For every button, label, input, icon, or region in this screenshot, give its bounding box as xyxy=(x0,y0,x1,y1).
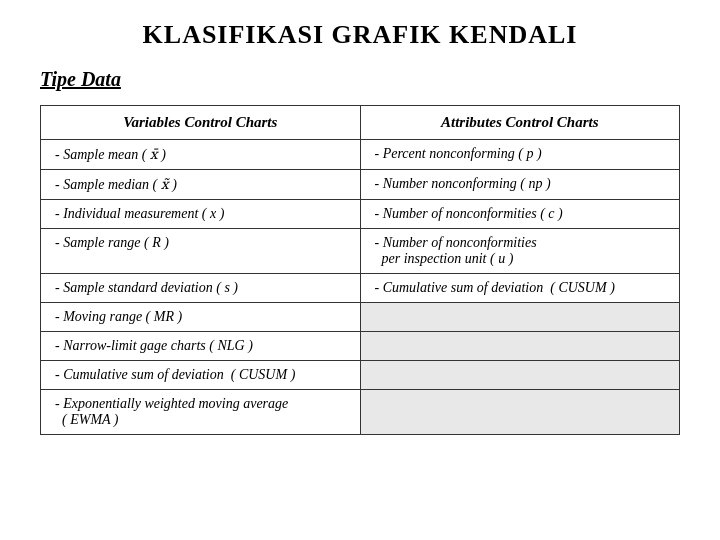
main-title: KLASIFIKASI GRAFIK KENDALI xyxy=(40,20,680,50)
table-row: - Sample range ( R )- Number of nonconfo… xyxy=(41,229,680,274)
cell-left: - Individual measurement ( x ) xyxy=(41,200,361,229)
cell-right: - Percent nonconforming ( p ) xyxy=(360,140,680,170)
table-row: - Sample standard deviation ( s )- Cumul… xyxy=(41,274,680,303)
table-row: - Sample mean ( x̄ )- Percent nonconform… xyxy=(41,140,680,170)
cell-right: - Number of nonconformities per inspecti… xyxy=(360,229,680,274)
section-title: Tipe Data xyxy=(40,68,680,91)
cell-right xyxy=(360,332,680,361)
cell-right: - Number of nonconformities ( c ) xyxy=(360,200,680,229)
table-row: - Cumulative sum of deviation ( CUSUM ) xyxy=(41,361,680,390)
table-row: - Exponentially weighted moving average … xyxy=(41,390,680,435)
table-row: - Sample median ( x̃ )- Number nonconfor… xyxy=(41,170,680,200)
table-row: - Narrow-limit gage charts ( NLG ) xyxy=(41,332,680,361)
cell-left: - Exponentially weighted moving average … xyxy=(41,390,361,435)
table-row: - Individual measurement ( x )- Number o… xyxy=(41,200,680,229)
page-container: KLASIFIKASI GRAFIK KENDALI Tipe Data Var… xyxy=(40,20,680,435)
cell-left: - Sample mean ( x̄ ) xyxy=(41,140,361,170)
cell-right xyxy=(360,303,680,332)
cell-left: - Sample standard deviation ( s ) xyxy=(41,274,361,303)
header-attributes: Attributes Control Charts xyxy=(360,106,680,140)
cell-right: - Number nonconforming ( np ) xyxy=(360,170,680,200)
cell-left: - Sample range ( R ) xyxy=(41,229,361,274)
cell-right xyxy=(360,390,680,435)
cell-left: - Cumulative sum of deviation ( CUSUM ) xyxy=(41,361,361,390)
cell-left: - Sample median ( x̃ ) xyxy=(41,170,361,200)
cell-left: - Moving range ( MR ) xyxy=(41,303,361,332)
header-variables: Variables Control Charts xyxy=(41,106,361,140)
cell-right xyxy=(360,361,680,390)
cell-left: - Narrow-limit gage charts ( NLG ) xyxy=(41,332,361,361)
table-row: - Moving range ( MR ) xyxy=(41,303,680,332)
cell-right: - Cumulative sum of deviation ( CUSUM ) xyxy=(360,274,680,303)
control-table: Variables Control Charts Attributes Cont… xyxy=(40,105,680,435)
